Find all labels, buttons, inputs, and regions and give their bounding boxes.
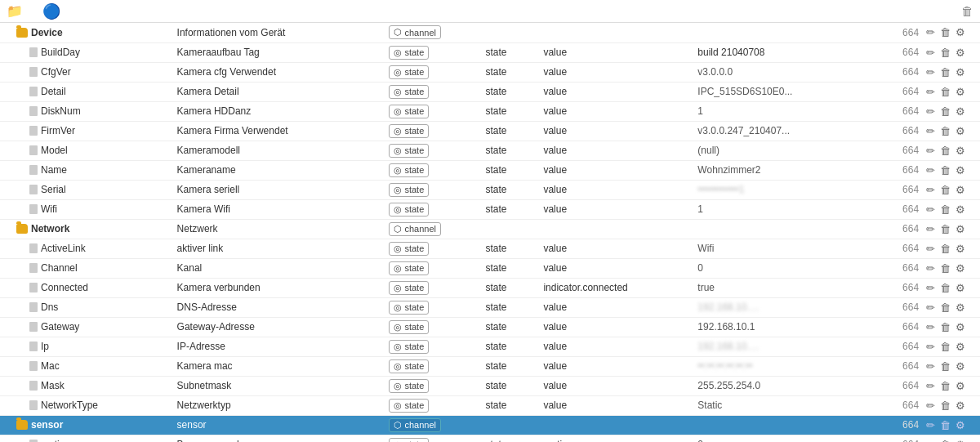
row-actions-cell[interactable]: ✏🗑⚙ [922,101,980,121]
row-actions-cell[interactable]: ✏🗑⚙ [922,42,980,62]
edit-button[interactable]: ✏ [925,301,936,315]
row-actions-cell[interactable]: ✏🗑⚙ [922,337,980,356]
delete-button[interactable]: 🗑 [939,242,951,256]
row-actions-cell[interactable]: ✏🗑⚙ [922,180,980,199]
edit-button[interactable]: ✏ [925,281,936,295]
row-actions-cell[interactable]: ✏🗑⚙ [922,239,980,258]
row-actions-cell[interactable]: ✏🗑⚙ [922,62,980,82]
edit-button[interactable]: ✏ [925,379,936,393]
edit-button[interactable]: ✏ [925,105,936,118]
delete-button[interactable]: 🗑 [939,340,951,354]
settings-button[interactable]: ⚙ [955,222,966,236]
delete-button[interactable]: 🗑 [939,438,951,443]
delete-button[interactable]: 🗑 [939,261,951,275]
table-row[interactable]: MacKamera mac◎ statestatevalue••:••:••:•… [0,356,980,376]
delete-button[interactable]: 🗑 [939,183,951,197]
settings-button[interactable]: ⚙ [955,65,966,79]
table-row[interactable]: motionBewegungserkennung◎ statestatemoti… [0,435,980,442]
trash-top-icon[interactable]: 🗑 [961,4,973,18]
table-row[interactable]: ModelKameramodell◎ statestatevalue(null)… [0,141,980,160]
table-row[interactable]: DnsDNS-Adresse◎ statestatevalue192.168.1… [0,297,980,317]
settings-button[interactable]: ⚙ [955,105,966,118]
edit-button[interactable]: ✏ [925,124,936,138]
edit-button[interactable]: ✏ [925,222,936,236]
table-row[interactable]: DetailKamera Detail◎ statestatevalueIPC_… [0,82,980,101]
row-actions-cell[interactable]: ✏🗑⚙ [922,199,980,219]
edit-button[interactable]: ✏ [925,25,936,39]
edit-button[interactable]: ✏ [925,320,936,334]
delete-button[interactable]: 🗑 [939,320,951,334]
table-row[interactable]: FirmVerKamera Firma Verwendet◎ statestat… [0,121,980,141]
table-row[interactable]: NetworkNetzwerk⬡ channel664✏🗑⚙ [0,219,980,239]
row-actions-cell[interactable]: ✏🗑⚙ [922,160,980,180]
delete-button[interactable]: 🗑 [939,163,951,177]
row-actions-cell[interactable]: ✏🗑⚙ [922,415,980,435]
table-row[interactable]: MaskSubnetmask◎ statestatevalue255.255.2… [0,376,980,395]
settings-button[interactable]: ⚙ [955,438,966,443]
table-row[interactable]: sensorsensor⬡ channel664✏🗑⚙ [0,415,980,435]
row-actions-cell[interactable]: ✏🗑⚙ [922,376,980,395]
main-table-container[interactable]: 📁 🔵 🗑 DeviceInformationen vom Gerät⬡ cha… [0,0,980,442]
delete-button[interactable]: 🗑 [939,399,951,413]
settings-button[interactable]: ⚙ [955,359,966,373]
settings-button[interactable]: ⚙ [955,418,966,432]
settings-button[interactable]: ⚙ [955,144,966,158]
table-row[interactable]: ActiveLinkaktiver link◎ statestatevalueW… [0,239,980,258]
edit-button[interactable]: ✏ [925,418,936,432]
delete-button[interactable]: 🗑 [939,105,951,118]
row-actions-cell[interactable]: ✏🗑⚙ [922,356,980,376]
settings-button[interactable]: ⚙ [955,261,966,275]
edit-button[interactable]: ✏ [925,144,936,158]
row-actions-cell[interactable]: ✏🗑⚙ [922,23,980,42]
settings-button[interactable]: ⚙ [955,46,966,60]
edit-button[interactable]: ✏ [925,65,936,79]
delete-button[interactable]: 🗑 [939,46,951,60]
settings-button[interactable]: ⚙ [955,301,966,315]
row-actions-cell[interactable]: ✏🗑⚙ [922,317,980,337]
edit-button[interactable]: ✏ [925,399,936,413]
edit-button[interactable]: ✏ [925,261,936,275]
settings-button[interactable]: ⚙ [955,85,966,99]
settings-button[interactable]: ⚙ [955,242,966,256]
settings-button[interactable]: ⚙ [955,320,966,334]
table-row[interactable]: NetworkTypeNetzwerktyp◎ statestatevalueS… [0,395,980,415]
edit-button[interactable]: ✏ [925,438,936,443]
delete-button[interactable]: 🗑 [939,65,951,79]
edit-button[interactable]: ✏ [925,242,936,256]
edit-button[interactable]: ✏ [925,85,936,99]
table-row[interactable]: DiskNumKamera HDDanz◎ statestatevalue166… [0,101,980,121]
table-row[interactable]: NameKameraname◎ statestatevalueWohnzimme… [0,160,980,180]
delete-button[interactable]: 🗑 [939,379,951,393]
row-actions-cell[interactable]: ✏🗑⚙ [922,278,980,297]
table-row[interactable]: SerialKamera seriell◎ statestatevalue•••… [0,180,980,199]
row-actions-cell[interactable]: ✏🗑⚙ [922,141,980,160]
edit-button[interactable]: ✏ [925,163,936,177]
row-actions-cell[interactable]: ✏🗑⚙ [922,395,980,415]
edit-button[interactable]: ✏ [925,359,936,373]
settings-button[interactable]: ⚙ [955,281,966,295]
table-row[interactable]: WifiKamera Wifi◎ statestatevalue1664✏🗑⚙ [0,199,980,219]
table-row[interactable]: ConnectedKamera verbunden◎ statestateind… [0,278,980,297]
table-row[interactable]: CfgVerKamera cfg Verwendet◎ statestateva… [0,62,980,82]
table-row[interactable]: IpIP-Adresse◎ statestatevalue192.168.10.… [0,337,980,356]
table-row[interactable]: GatewayGateway-Adresse◎ statestatevalue1… [0,317,980,337]
delete-button[interactable]: 🗑 [939,301,951,315]
delete-button[interactable]: 🗑 [939,85,951,99]
row-actions-cell[interactable]: ✏🗑⚙ [922,297,980,317]
settings-button[interactable]: ⚙ [955,379,966,393]
edit-button[interactable]: ✏ [925,340,936,354]
edit-button[interactable]: ✏ [925,183,936,197]
table-row[interactable]: DeviceInformationen vom Gerät⬡ channel66… [0,23,980,42]
settings-button[interactable]: ⚙ [955,399,966,413]
row-actions-cell[interactable]: ✏🗑⚙ [922,435,980,442]
row-actions-cell[interactable]: ✏🗑⚙ [922,82,980,101]
delete-button[interactable]: 🗑 [939,281,951,295]
delete-button[interactable]: 🗑 [939,222,951,236]
table-row[interactable]: ChannelKanal◎ statestatevalue0664✏🗑⚙ [0,258,980,278]
table-row[interactable]: BuildDayKameraaufbau Tag◎ statestatevalu… [0,42,980,62]
row-actions-cell[interactable]: ✏🗑⚙ [922,219,980,239]
delete-button[interactable]: 🗑 [939,144,951,158]
delete-button[interactable]: 🗑 [939,359,951,373]
settings-button[interactable]: ⚙ [955,25,966,39]
settings-button[interactable]: ⚙ [955,203,966,217]
